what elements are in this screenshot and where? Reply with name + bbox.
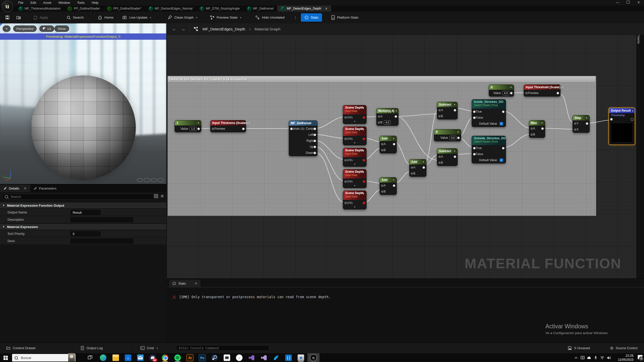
chevron-down-icon[interactable]: ▼: [510, 86, 512, 88]
preview-sphere[interactable]: [31, 75, 136, 180]
show-button[interactable]: Show: [54, 25, 69, 32]
breadcrumb-asset[interactable]: MF_DetectEdges_Depth: [203, 27, 245, 31]
unreal-engine-taskbar-button[interactable]: u: [307, 353, 319, 362]
chevron-down-icon[interactable]: ▼: [395, 110, 397, 112]
node-multiply[interactable]: Multiply(,4)▼ A B4,0: [376, 108, 398, 126]
browse-content-button[interactable]: [14, 12, 23, 23]
capture-app-button[interactable]: [296, 353, 306, 362]
details-search-input[interactable]: [10, 195, 156, 199]
discord-button[interactable]: 9+: [148, 353, 158, 362]
photoshop-button[interactable]: Ps: [197, 353, 207, 362]
input-pin[interactable]: [344, 159, 347, 162]
dev-tool-button[interactable]: [ ]: [284, 353, 294, 362]
chevron-down-icon[interactable]: ▼: [362, 128, 365, 131]
forward-arrow-icon[interactable]: →: [181, 26, 185, 32]
tab-details[interactable]: Details ✕: [0, 185, 30, 192]
tab-parameters[interactable]: Parameters: [30, 185, 60, 192]
taskbar-search-input[interactable]: [20, 356, 73, 360]
output-pin[interactable]: [586, 122, 588, 125]
input-pin[interactable]: [344, 202, 347, 204]
stats-button[interactable]: i Stats: [301, 13, 322, 22]
apply-button[interactable]: Apply: [31, 12, 50, 23]
cmd-dropdown[interactable]: Cmd▾: [138, 343, 160, 353]
volume-icon[interactable]: [606, 353, 612, 362]
notification-center-button[interactable]: 4: [636, 354, 642, 360]
output-pin[interactable]: [313, 133, 316, 136]
taskbar-clock[interactable]: 22:25 11/05/2023: [618, 354, 633, 362]
shader-warning-row[interactable]: ⚠ [SM6] Only transparent or postprocess …: [172, 294, 331, 299]
chevron-down-icon[interactable]: ▼: [362, 149, 365, 153]
output-pin[interactable]: [502, 110, 505, 113]
node-max[interactable]: Max▼ A B: [529, 120, 545, 138]
wifi-icon[interactable]: [599, 353, 605, 362]
node-subtract[interactable]: Subtract▼ A B: [437, 148, 458, 166]
viewport-menu-icon[interactable]: ≡: [3, 25, 11, 32]
close-tab-icon[interactable]: ✕: [195, 282, 197, 285]
back-arrow-icon[interactable]: ←: [172, 26, 177, 32]
stats-tab[interactable]: i Stats ✕: [169, 280, 200, 287]
content-drawer-button[interactable]: Content Drawer: [4, 343, 38, 353]
expand-icon[interactable]: ▼: [343, 206, 366, 209]
input-pin[interactable]: [530, 133, 533, 136]
input-pin[interactable]: [610, 118, 613, 121]
output-pin[interactable]: [313, 127, 316, 130]
menu-window[interactable]: Window: [55, 0, 73, 6]
tab-pp-outlineshader[interactable]: PP_OutlineShader: [64, 6, 104, 12]
node-constant-1[interactable]: 1▼ Value1,0: [175, 120, 201, 132]
input-pin[interactable]: [381, 190, 384, 193]
file-explorer-button[interactable]: [111, 353, 121, 362]
node-outside-strockes-switch[interactable]: Outside_Strockes_DOSwitch Param (True) T…: [472, 136, 506, 163]
tab-mf-detectedges-depth[interactable]: MF_DetectEdges_Depth✕: [277, 6, 332, 12]
output-pin[interactable]: [510, 92, 513, 95]
node-scene-depth[interactable]: Scene DepthInput Data▼ UVs ▼: [343, 105, 367, 124]
save-button[interactable]: [3, 12, 12, 23]
lit-mode-button[interactable]: Lit: [39, 25, 54, 32]
expand-icon[interactable]: ▼: [343, 142, 366, 145]
output-pin[interactable]: [363, 116, 365, 119]
tab-mf-thicknessmodulation[interactable]: MF_ThicknessModulation: [15, 6, 64, 12]
default-value-checkbox[interactable]: ✓: [500, 158, 503, 162]
sort-priority-field[interactable]: 0: [70, 231, 101, 236]
chevron-down-icon[interactable]: ▼: [454, 150, 456, 152]
input-pin[interactable]: [473, 147, 476, 150]
output-pin[interactable]: [363, 159, 365, 162]
settings-gear-icon[interactable]: ⚙: [160, 194, 164, 198]
node-output-result[interactable]: Output Result▲ Previewing: [609, 108, 635, 145]
output-pin[interactable]: [197, 127, 200, 130]
output-pin[interactable]: [502, 147, 505, 150]
perspective-button[interactable]: Perspective: [13, 25, 37, 32]
steam-button[interactable]: [210, 353, 220, 362]
viewport-control-icon[interactable]: [158, 178, 164, 182]
output-pin[interactable]: [393, 143, 395, 146]
input-pin[interactable]: [344, 116, 347, 119]
value-box[interactable]: 1,0: [190, 127, 196, 131]
tab-mf-dtm-grazingangle[interactable]: MF_DTM_GrazingAngle: [196, 6, 244, 12]
preview-viewport[interactable]: ≡ Perspective Lit Show Previewing: Mater…: [0, 23, 166, 184]
visual-studio-preview-button[interactable]: [259, 353, 269, 362]
input-pin[interactable]: [574, 128, 577, 131]
source-control-button[interactable]: ⊘ Source Control: [608, 343, 640, 353]
input-pin[interactable]: [290, 127, 293, 130]
search-button[interactable]: Search: [64, 12, 86, 23]
output-pin[interactable]: [363, 138, 365, 140]
output-name-field[interactable]: Result: [70, 210, 101, 215]
node-inside-strockes-switch[interactable]: Inside_Strockes_DOSwitch Param (True) Tr…: [472, 99, 506, 127]
output-pin[interactable]: [422, 166, 425, 169]
output-pin[interactable]: [363, 202, 365, 204]
node-add[interactable]: Add▼ A B: [409, 159, 426, 177]
wireshark-button[interactable]: [271, 353, 281, 362]
output-pin[interactable]: [454, 109, 456, 112]
visual-studio-button[interactable]: [247, 353, 257, 362]
close-tab-icon[interactable]: ✕: [325, 7, 328, 11]
output-pin[interactable]: [631, 118, 634, 121]
store-button[interactable]: ⌂: [123, 353, 133, 362]
chevron-up-icon[interactable]: ▲: [632, 110, 634, 112]
menu-tools[interactable]: Tools: [73, 0, 88, 6]
tab-ppi-outlineshader[interactable]: PPI_OutlineShader*: [104, 6, 145, 12]
node-scene-depth[interactable]: Scene DepthInput Data▼ UVs ▼: [343, 126, 367, 145]
node-scene-depth[interactable]: Scene DepthInput Data▼ UVs ▼: [343, 148, 367, 167]
desc-field[interactable]: [70, 239, 133, 244]
live-update-button[interactable]: Live Update▾: [120, 12, 153, 23]
chevron-down-icon[interactable]: ▼: [393, 179, 395, 181]
input-pin[interactable]: [381, 149, 384, 152]
